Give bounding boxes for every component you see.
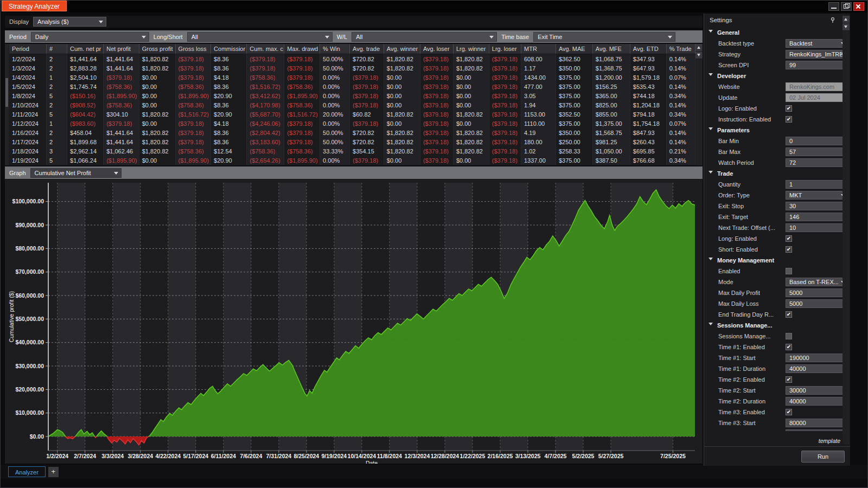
column-header-avg-trade[interactable]: Avg. trade [350,44,384,54]
input-max-daily-loss[interactable]: 5000 [786,299,843,308]
table-left-scrollbar[interactable] [5,44,9,165]
checkbox-end-trading-day-r-[interactable]: ✔ [786,311,792,318]
table-row[interactable]: 1/3/20242$2,883.28$1,441.64$1,820.82($37… [9,63,695,73]
input-max-daily-profit[interactable]: 5000 [786,288,843,297]
scrollbar-thumb[interactable] [5,78,8,107]
scroll-down-button[interactable] [695,52,703,59]
table-row[interactable]: 1/12/20241($983.60)($379.18)$0.00($379.1… [9,119,695,128]
table-cell: 1/8/2024 [9,91,47,100]
checkbox-short-enabled[interactable]: ✔ [786,246,792,253]
chevron-down-icon [841,53,843,56]
settings-section-general[interactable]: General [704,28,843,38]
column-header-avg-etd[interactable]: Avg. ETD [630,44,666,54]
input-screen-dpi[interactable]: 99 [786,61,843,69]
input-time-3-start[interactable]: 80000 [786,419,843,427]
input-time-2-start[interactable]: 30000 [786,386,843,395]
checkbox-time-2-enabled[interactable]: ✔ [786,376,792,383]
tab-analyzer[interactable]: Analyzer [8,466,46,477]
display-combo[interactable]: Analysis ($) [33,17,106,27]
settings-section-money-management[interactable]: Money Management [704,255,843,266]
column-header-max-drawd[interactable]: Max. drawd [284,44,320,54]
checkbox-instruction-enabled[interactable]: ✔ [786,116,792,123]
column-header-commissior[interactable]: Commissior [211,44,247,54]
input-exit-target[interactable]: 146 [786,213,843,221]
table-cell: $4.18 [211,73,247,82]
table-row[interactable]: 1/16/20242$458.04$1,441.64$1,820.82($379… [9,128,695,137]
column-header-lrg-loser[interactable]: Lrg. loser [489,44,521,54]
table-row[interactable]: 1/8/20245($150.16)($1,895.90)$0.00($1,89… [9,91,695,100]
column-header-avg-mae[interactable]: Avg. MAE [556,44,592,54]
column-header-gross-profit[interactable]: Gross profit [139,44,175,54]
table-row[interactable]: 1/2/20242$1,441.64$1,441.64$1,820.82($37… [9,54,695,64]
column-header-gross-loss[interactable]: Gross loss [175,44,211,54]
table-row[interactable]: 1/18/20243$2,962.14$1,062.46$1,820.82($7… [9,146,695,156]
checkbox-sessions-manage-[interactable] [786,333,792,339]
table-cell: ($758.36) [284,100,320,110]
checkbox-time-1-enabled[interactable]: ✔ [786,344,792,350]
input-time-1-start[interactable]: 190000 [786,354,843,362]
checkbox-logo-enabled[interactable]: ✔ [786,105,792,112]
combo-order-type[interactable]: MKT [786,191,843,200]
table-cell: ($379.18) [420,73,453,82]
long-short-combo[interactable]: All [187,32,333,42]
column-header--[interactable]: # [47,44,67,54]
column-header-avg-mfe[interactable]: Avg. MFE [592,44,630,54]
input-time-3-duration[interactable]: 40000 [786,429,843,431]
table-cell: 2 [47,63,67,73]
column-header--trade[interactable]: % Trade [666,44,695,54]
input-time-1-duration[interactable]: 40000 [786,364,843,373]
column-header-avg-winner[interactable]: Avg. winner [384,44,420,54]
column-header-cum-net-pr[interactable]: Cum. net pr [67,44,104,54]
scroll-down-button[interactable] [843,23,850,31]
table-cell: $1,441.64 [104,63,139,73]
settings-section-parameters[interactable]: Parameters [704,125,843,136]
input-bar-min[interactable]: 0 [786,137,843,145]
input-quantity[interactable]: 1 [786,180,843,189]
table-row[interactable]: 1/17/20242$1,899.68$1,441.64$1,820.82($3… [9,137,695,146]
scroll-up-button[interactable] [843,16,850,23]
input-exit-stop[interactable]: 30 [786,202,843,210]
table-row[interactable]: 1/11/20245($604.42)$304.10$1,820.82($1,5… [9,110,695,119]
time-base-combo[interactable]: Exit Time [533,32,675,42]
wl-combo[interactable]: All [352,32,497,42]
input-next-trade-offset-[interactable]: 10 [786,223,843,232]
add-tab-button[interactable]: + [48,467,59,477]
column-header-cum-max-c[interactable]: Cum. max. c [247,44,284,54]
checkbox-long-enabled[interactable]: ✔ [786,235,792,242]
minimize-button[interactable] [828,2,839,11]
y-axis-tick-label: $10,000.00 [15,409,44,416]
checkbox-enabled[interactable] [786,268,792,274]
restore-button[interactable] [841,2,852,11]
settings-item-row: Long: Enabled✔ [704,234,843,245]
settings-section-developer[interactable]: Developer [704,71,843,82]
checkbox-time-3-enabled[interactable]: ✔ [786,409,792,415]
settings-section-trade[interactable]: Trade [704,169,843,179]
table-row[interactable]: 1/4/20241$2,504.10($379.18)$0.00($379.18… [9,73,695,82]
settings-section-sessions-manage-[interactable]: Sessions Manage... [704,320,843,331]
input-watch-period[interactable]: 72 [786,158,843,167]
pin-icon[interactable] [829,17,836,23]
column-header--win[interactable]: % Win [320,44,350,54]
input-bar-max[interactable]: 57 [786,147,843,156]
combo-mode[interactable]: Based on T-REX... [786,278,843,286]
graph-type-combo[interactable]: Cumulative Net Profit [30,168,122,178]
column-header-period[interactable]: Period [9,44,47,54]
window-title-tab[interactable]: Strategy Analyzer [2,1,67,11]
column-header-lrg-winner[interactable]: Lrg. winner [453,44,489,54]
table-cell: 33.33% [320,146,350,156]
run-button[interactable]: Run [801,451,845,463]
combo-backtest-type[interactable]: Backtest [786,39,843,48]
column-header-net-profit[interactable]: Net profit [104,44,139,54]
table-cell: $1,441.64 [67,54,104,64]
combo-strategy[interactable]: RenkoKings_ImTRE [786,50,843,59]
scroll-up-button[interactable] [695,44,703,52]
input-time-2-duration[interactable]: 40000 [786,397,843,406]
table-row[interactable]: 1/10/20242($908.52)($758.36)$0.00($758.3… [9,100,695,110]
column-header-avg-loser[interactable]: Avg. loser [420,44,453,54]
table-cell: $720.82 [350,128,384,137]
period-combo[interactable]: Daily [31,32,149,42]
table-row[interactable]: 1/19/20245$1,066.24($1,895.90)$0.00($1,8… [9,156,695,165]
column-header-mtr[interactable]: MTR [521,44,556,54]
close-button[interactable] [853,2,864,11]
table-row[interactable]: 1/5/20242$1,745.74($758.36)$0.00($758.36… [9,82,695,91]
